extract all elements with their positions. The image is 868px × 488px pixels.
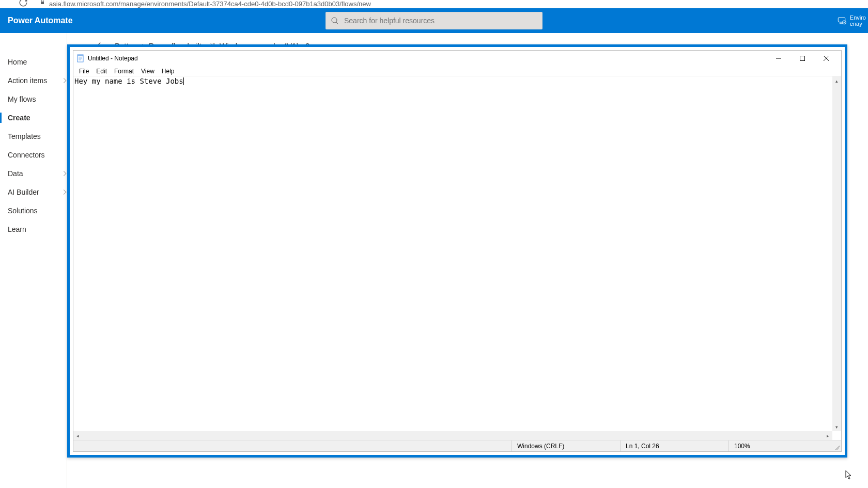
notepad-menubar: File Edit Format View Help (73, 66, 841, 76)
nav-label: My flows (8, 95, 36, 103)
notepad-highlight-frame: Untitled - Notepad File Edit (67, 44, 847, 458)
svg-rect-7 (78, 55, 83, 56)
scroll-up-icon[interactable]: ▴ (832, 76, 841, 85)
nav-label: Data (8, 169, 23, 178)
svg-point-1 (332, 18, 337, 23)
flow-canvas: Button -> Run a flow built with Windows … (67, 33, 868, 488)
notepad-window[interactable]: Untitled - Notepad File Edit (73, 50, 842, 452)
nav-connectors[interactable]: Connectors (0, 146, 67, 164)
nav-home[interactable]: Home (0, 53, 67, 71)
menu-format[interactable]: Format (111, 68, 137, 75)
nav-learn[interactable]: Learn (0, 220, 67, 239)
notepad-text-area[interactable]: Hey my name is Steve Jobs ▴ ▾ ◂ ▸ (73, 76, 841, 440)
sidebar-nav: Home Action items My flows Create Templa… (0, 33, 67, 488)
maximize-button[interactable] (791, 51, 814, 66)
status-zoom: 100% (729, 440, 780, 451)
search-icon (331, 17, 339, 25)
search-input[interactable] (344, 17, 537, 25)
nav-ai-builder[interactable]: AI Builder (0, 183, 67, 201)
text-caret (183, 77, 184, 85)
vertical-scrollbar[interactable]: ▴ ▾ (832, 76, 841, 431)
nav-my-flows[interactable]: My flows (0, 90, 67, 108)
nav-label: Solutions (8, 207, 38, 215)
nav-label: Learn (8, 225, 26, 233)
scroll-left-icon[interactable]: ◂ (73, 431, 82, 440)
nav-label: Create (8, 114, 30, 122)
svg-rect-0 (41, 2, 44, 4)
status-position: Ln 1, Col 26 (620, 440, 729, 451)
notepad-app-icon (76, 54, 85, 62)
nav-label: Templates (8, 132, 41, 140)
notepad-titlebar[interactable]: Untitled - Notepad (73, 51, 841, 66)
menu-edit[interactable]: Edit (92, 68, 111, 75)
reload-icon[interactable] (19, 0, 28, 8)
notepad-statusbar: Windows (CRLF) Ln 1, Col 26 100% (73, 440, 841, 451)
status-encoding: Windows (CRLF) (512, 440, 620, 451)
nav-label: Connectors (8, 151, 45, 159)
search-box[interactable] (326, 12, 542, 29)
nav-data[interactable]: Data (0, 164, 67, 183)
resize-grip-icon[interactable] (832, 440, 841, 451)
menu-view[interactable]: View (137, 68, 158, 75)
nav-label: AI Builder (8, 188, 39, 196)
nav-create[interactable]: Create (0, 108, 67, 127)
browser-address-bar: asia.flow.microsoft.com/manage/environme… (0, 0, 868, 8)
app-header: Power Automate Enviro enay (0, 8, 868, 33)
menu-help[interactable]: Help (158, 68, 178, 75)
env-line1: Enviro (850, 14, 866, 21)
nav-solutions[interactable]: Solutions (0, 201, 67, 220)
nav-action-items[interactable]: Action items (0, 71, 67, 90)
url-text[interactable]: asia.flow.microsoft.com/manage/environme… (49, 0, 371, 8)
horizontal-scrollbar[interactable]: ◂ ▸ (73, 431, 832, 440)
nav-label: Home (8, 58, 27, 66)
notepad-title-text: Untitled - Notepad (88, 55, 138, 62)
close-button[interactable] (814, 51, 838, 66)
notepad-content: Hey my name is Steve Jobs (74, 77, 183, 85)
svg-rect-12 (800, 56, 805, 61)
env-line2: enay (850, 21, 866, 27)
scroll-down-icon[interactable]: ▾ (832, 422, 841, 431)
environment-icon (836, 15, 847, 26)
menu-file[interactable]: File (75, 68, 92, 75)
environment-picker[interactable]: Enviro enay (836, 14, 868, 27)
minimize-button[interactable] (767, 51, 791, 66)
scroll-right-icon[interactable]: ▸ (824, 431, 832, 440)
lock-icon (39, 0, 45, 6)
svg-line-2 (336, 22, 338, 24)
nav-label: Action items (8, 76, 47, 85)
app-title: Power Automate (8, 16, 73, 25)
nav-templates[interactable]: Templates (0, 127, 67, 146)
